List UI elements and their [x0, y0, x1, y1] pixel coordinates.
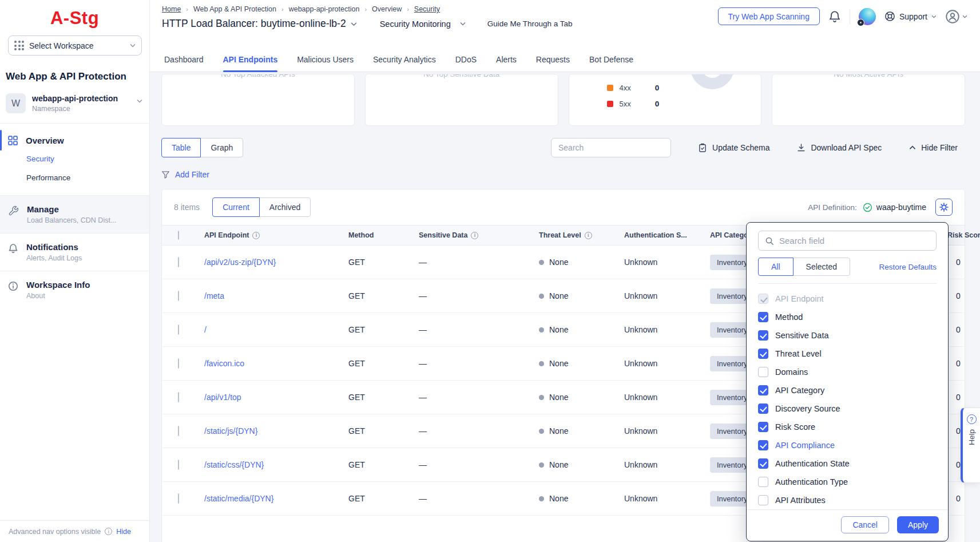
legend-value: 0	[655, 84, 660, 92]
breadcrumb-overview[interactable]: Overview	[372, 5, 402, 13]
account-menu[interactable]	[945, 9, 967, 24]
tab-api-endpoints[interactable]: API Endpoints	[223, 47, 278, 72]
sidebar-item-overview[interactable]: Overview	[0, 131, 149, 149]
apply-button[interactable]: Apply	[897, 516, 939, 533]
field-discovery-source[interactable]: Discovery Source	[758, 399, 937, 418]
breadcrumb-waap[interactable]: Web App & API Protection	[193, 5, 276, 13]
field-sensitive-data[interactable]: Sensitive Data	[758, 326, 937, 345]
help-tab[interactable]: ? Help	[961, 408, 980, 483]
authentication-cell: Unknown	[624, 426, 710, 436]
endpoint-link[interactable]: /favicon.ico	[204, 359, 348, 368]
authentication-cell: Unknown	[624, 460, 710, 469]
scope-toggle-selected[interactable]: Selected	[793, 258, 850, 276]
checkbox[interactable]	[758, 440, 768, 450]
endpoint-link[interactable]: /static/media/{DYN}	[204, 494, 348, 503]
row-checkbox[interactable]	[178, 325, 179, 335]
checkbox[interactable]	[758, 312, 768, 322]
info-icon[interactable]	[585, 232, 592, 239]
support-menu[interactable]: Support	[884, 11, 937, 22]
update-schema-button[interactable]: Update Schema	[698, 143, 769, 153]
threat-dot	[539, 395, 544, 400]
field-api-compliance[interactable]: API Compliance	[758, 436, 937, 454]
workspace-selector[interactable]: Select Workspace	[8, 35, 142, 56]
checkbox[interactable]	[758, 403, 768, 414]
info-icon[interactable]	[471, 232, 478, 239]
checkbox[interactable]	[758, 477, 768, 487]
namespace-selector[interactable]: W webapp-api-protection Namespace	[6, 93, 144, 113]
endpoints-search-input[interactable]	[551, 138, 671, 157]
download-api-spec-label: Download API Spec	[811, 143, 882, 152]
hide-nav-link[interactable]: Hide	[116, 528, 131, 536]
field-api-category[interactable]: API Category	[758, 381, 937, 399]
empty-state-text: No Most Active APIs	[772, 74, 965, 78]
column-settings-button[interactable]	[935, 199, 953, 216]
sidebar-item-notifications[interactable]: Notifications Alerts, Audit Logs	[0, 233, 149, 271]
authentication-cell: Unknown	[624, 494, 710, 503]
state-toggle-archived[interactable]: Archived	[259, 197, 311, 217]
scope-toggle: All Selected	[758, 258, 850, 276]
guide-me-button[interactable]: Guide Me Through a Tab	[487, 19, 573, 28]
hide-filter-button[interactable]: Hide Filter	[909, 143, 958, 152]
endpoint-link[interactable]: /api/v1/top	[204, 393, 348, 402]
checkbox[interactable]	[758, 495, 768, 505]
notifications-bell-icon[interactable]	[828, 10, 841, 23]
chevron-down-icon[interactable]	[351, 22, 357, 26]
checkbox[interactable]	[758, 385, 768, 395]
field-search-input[interactable]	[779, 236, 930, 246]
tab-dashboard[interactable]: Dashboard	[164, 47, 204, 72]
checkbox[interactable]	[758, 330, 768, 341]
sidebar-item-performance[interactable]: Performance	[0, 168, 149, 187]
try-web-app-scanning-button[interactable]: Try Web App Scanning	[718, 7, 820, 25]
sidebar-item-workspace-info[interactable]: Workspace Info About	[0, 271, 149, 308]
endpoint-link[interactable]: /static/js/{DYN}	[204, 426, 348, 436]
cancel-button[interactable]: Cancel	[841, 516, 889, 533]
divider	[850, 9, 850, 24]
field-authentication-state[interactable]: Authentication State	[758, 454, 937, 473]
row-checkbox[interactable]	[178, 460, 179, 470]
info-icon[interactable]	[252, 232, 260, 239]
api-definition-value[interactable]: waap-buytime	[876, 203, 926, 212]
assistant-avatar[interactable]	[859, 8, 876, 25]
monitoring-selector[interactable]: Security Monitoring	[380, 19, 466, 29]
endpoint-link[interactable]: /static/css/{DYN}	[204, 460, 348, 469]
view-toggle-graph[interactable]: Graph	[200, 138, 243, 157]
endpoint-link[interactable]: /meta	[204, 291, 348, 300]
checkbox[interactable]	[758, 458, 768, 469]
tab-requests[interactable]: Requests	[536, 47, 570, 72]
row-checkbox[interactable]	[178, 392, 179, 402]
checkbox[interactable]	[758, 367, 768, 377]
row-checkbox[interactable]	[178, 358, 179, 369]
restore-defaults-link[interactable]: Restore Defaults	[879, 263, 937, 271]
sidebar-item-manage[interactable]: Manage Load Balancers, CDN Dist...	[0, 195, 149, 233]
field-method[interactable]: Method	[758, 308, 937, 326]
row-checkbox[interactable]	[178, 493, 179, 504]
state-toggle-current[interactable]: Current	[212, 197, 260, 217]
field-risk-score[interactable]: Risk Score	[758, 418, 937, 436]
endpoint-link[interactable]: /	[204, 325, 348, 334]
tab-ddos[interactable]: DDoS	[455, 47, 477, 72]
field-authentication-type[interactable]: Authentication Type	[758, 473, 937, 491]
view-toggle-table[interactable]: Table	[161, 138, 201, 157]
field-api-attributes[interactable]: API Attributes	[758, 491, 937, 509]
breadcrumb-namespace[interactable]: webapp-api-protection	[289, 5, 360, 13]
breadcrumb-home[interactable]: Home	[162, 5, 181, 13]
download-api-spec-button[interactable]: Download API Spec	[797, 143, 882, 152]
row-checkbox[interactable]	[178, 426, 179, 436]
row-checkbox[interactable]	[178, 291, 179, 301]
select-all-checkbox[interactable]	[178, 231, 179, 240]
field-api-endpoint: API Endpoint	[758, 290, 937, 308]
checkbox[interactable]	[758, 422, 768, 432]
tab-security-analytics[interactable]: Security Analytics	[373, 47, 436, 72]
checkbox[interactable]	[758, 349, 768, 359]
breadcrumb-security[interactable]: Security	[414, 5, 440, 13]
field-domains[interactable]: Domains	[758, 363, 937, 381]
tab-malicious-users[interactable]: Malicious Users	[297, 47, 354, 72]
scope-toggle-all[interactable]: All	[758, 258, 793, 276]
add-filter-button[interactable]: Add Filter	[161, 170, 209, 179]
field-threat-level[interactable]: Threat Level	[758, 345, 937, 363]
row-checkbox[interactable]	[178, 257, 179, 267]
sidebar-item-security[interactable]: Security	[0, 149, 149, 168]
endpoint-link[interactable]: /api/v2/us-zip/{DYN}	[204, 258, 348, 267]
tab-bot-defense[interactable]: Bot Defense	[589, 47, 633, 72]
tab-alerts[interactable]: Alerts	[496, 47, 517, 72]
